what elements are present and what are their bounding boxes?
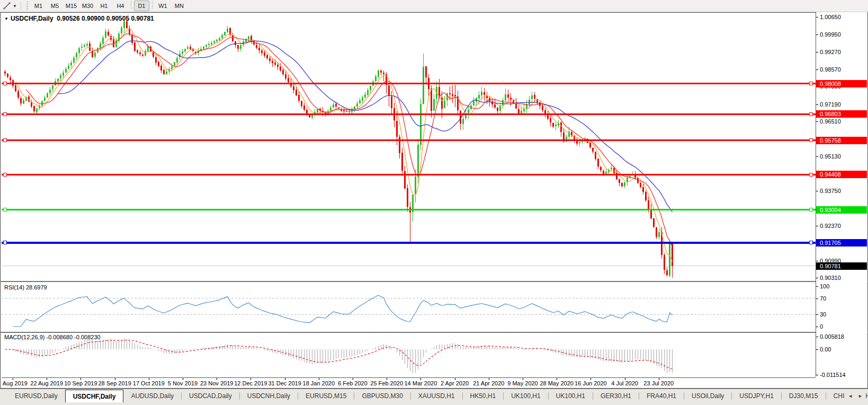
chart-ohlc-values: 0.90526 0.90900 0.90505 0.90781 xyxy=(57,15,154,22)
chart-tab-bar: EURUSD,DailyUSDCHF,DailyAUDUSD,DailyUSDC… xyxy=(0,389,868,405)
rsi-panel-chart[interactable] xyxy=(2,282,816,332)
axis-tick xyxy=(816,121,818,122)
timeframe-button-M5[interactable]: M5 xyxy=(47,1,62,11)
chart-tab-usdchf-daily[interactable]: USDCHF,Daily xyxy=(65,390,124,402)
timeframe-button-W1[interactable]: W1 xyxy=(155,1,171,11)
timeframe-button-M30[interactable]: M30 xyxy=(80,1,95,11)
date-tick-label: 23 Jul 2020 xyxy=(635,380,683,386)
macd-tick-label: 0.00 xyxy=(820,346,831,353)
price-tick-label: 0.98570 xyxy=(820,66,841,73)
price-chart[interactable] xyxy=(2,13,816,281)
axis-tick xyxy=(816,278,818,278)
rsi-tick-label: 70 xyxy=(820,295,826,302)
chart-tab-eurusd-m15[interactable]: EURUSD,M15 xyxy=(298,390,354,402)
chart-tab-eurusd-daily[interactable]: EURUSD,Daily xyxy=(7,390,65,402)
chart-tab-dj30-m15[interactable]: DJ30,M15 xyxy=(782,390,826,402)
chart-tab-usdcnh-daily[interactable]: USDCNH,Daily xyxy=(240,390,298,402)
axis-tick xyxy=(816,337,818,337)
timeframe-button-MN[interactable]: MN xyxy=(172,1,187,11)
toolbar-drag-handle[interactable] xyxy=(26,2,28,10)
chart-title: ▼USDCHF,Daily 0.90526 0.90900 0.90505 0.… xyxy=(4,15,154,22)
price-tick-label: 1.00650 xyxy=(820,14,841,20)
axis-tick xyxy=(816,156,818,157)
axis-tick xyxy=(816,286,818,287)
macd-tick-label: 0.005818 xyxy=(820,333,844,340)
rsi-tick-label: 30 xyxy=(820,311,826,318)
axis-tick xyxy=(816,104,818,105)
timeframe-button-H4[interactable]: H4 xyxy=(113,1,128,11)
hline-price-label: 0.91705 xyxy=(816,239,867,246)
toolbar-separator xyxy=(152,1,153,9)
price-tick-label: 0.97190 xyxy=(820,101,841,108)
price-tick-label: 0.95130 xyxy=(820,153,841,160)
chart-title-caret-icon[interactable]: ▼ xyxy=(4,16,8,21)
tab-scroll-controls: ◄ ► xyxy=(845,389,866,403)
chart-tab-audusd-daily[interactable]: AUDUSD,Daily xyxy=(123,390,181,402)
rsi-tick-label: 100 xyxy=(820,283,829,289)
trading-terminal: ▼ M1M5M15M30H1H4D1W1MN ▼USDCHF,Daily 0.9… xyxy=(0,0,868,405)
chart-symbol-label: USDCHF,Daily xyxy=(11,15,53,22)
axis-tick xyxy=(816,226,818,226)
tabs-holder: EURUSD,DailyUSDCHF,DailyAUDUSD,DailyUSDC… xyxy=(7,389,868,402)
chart-tab-fra40-h1[interactable]: FRA40,H1 xyxy=(639,390,684,402)
axis-tick xyxy=(816,375,818,375)
price-tick-label: 0.92370 xyxy=(820,223,841,229)
timeframe-toolbar: ▼ M1M5M15M30H1H4D1W1MN xyxy=(0,0,868,12)
timeframe-button-H1[interactable]: H1 xyxy=(96,1,112,11)
axis-tick xyxy=(816,52,818,52)
chart-tab-usoil-daily[interactable]: USOil,Daily xyxy=(684,390,731,402)
macd-panel-chart[interactable] xyxy=(2,333,816,377)
rsi-tick-label: 0 xyxy=(820,323,823,330)
rsi-label: RSI(14) 28.6979 xyxy=(4,284,47,290)
axis-tick xyxy=(816,261,818,261)
macd-tick-label: -0.011514 xyxy=(820,372,846,378)
chart-tab-xauusd-h1[interactable]: XAUUSD,H1 xyxy=(411,390,462,402)
price-tick-label: 0.90310 xyxy=(820,275,841,281)
axis-tick xyxy=(816,17,818,17)
hline-price-label: 0.95758 xyxy=(816,137,867,144)
price-tick-label: 0.93750 xyxy=(820,188,841,194)
toolbar-separator xyxy=(21,2,21,10)
tool-dropdown-caret-icon[interactable]: ▼ xyxy=(13,4,17,8)
chart-tab-uk100-h1[interactable]: UK100,H1 xyxy=(504,390,548,402)
axis-tick xyxy=(816,298,818,299)
chart-tab-hk50-h1[interactable]: HK50,H1 xyxy=(463,390,504,402)
axis-tick xyxy=(816,69,818,70)
chart-tab-usdcad-daily[interactable]: USDCAD,Daily xyxy=(182,390,239,402)
price-tick-label: 0.99950 xyxy=(820,31,841,38)
chart-tab-ger30-h1[interactable]: GER30,H1 xyxy=(593,390,639,402)
hline-price-label: 0.96803 xyxy=(816,110,867,118)
price-tick-label: 0.99270 xyxy=(820,49,841,55)
timeframe-button-D1[interactable]: D1 xyxy=(134,1,149,11)
timeframe-button-M15[interactable]: M15 xyxy=(64,1,79,11)
axis-tick xyxy=(816,34,818,35)
chart-tab-uk100-h1[interactable]: UK100,H1 xyxy=(549,390,593,402)
chart-tab-gbpusd-m30[interactable]: GBPUSD,M30 xyxy=(354,390,410,402)
timeframe-buttons: M1M5M15M30H1H4D1W1MN xyxy=(30,1,187,11)
tab-scroll-right-icon[interactable]: ► xyxy=(858,393,863,399)
axis-tick xyxy=(816,191,818,191)
toolbar-separator xyxy=(131,1,131,9)
hline-price-label: 0.98008 xyxy=(816,80,867,87)
hline-price-label: 0.93004 xyxy=(816,206,867,214)
price-axis[interactable]: 1.006500.999500.992700.985700.978900.971… xyxy=(816,12,867,377)
axis-tick xyxy=(816,349,818,350)
timeframe-button-M1[interactable]: M1 xyxy=(31,1,46,11)
macd-label: MACD(12,26,9) -0.008680 -0.008230 xyxy=(4,334,101,340)
line-style-tool-icon[interactable] xyxy=(1,1,13,11)
hline-price-label: 0.94408 xyxy=(816,171,867,178)
axis-tick xyxy=(816,327,818,327)
price-tick-label: 0.96510 xyxy=(820,118,841,125)
axis-tick xyxy=(816,314,818,315)
tab-scroll-left-icon[interactable]: ◄ xyxy=(848,393,853,399)
current-price-label: 0.90781 xyxy=(816,262,867,270)
date-axis[interactable]: 3 Aug 201922 Aug 201910 Sep 201928 Sep 2… xyxy=(2,377,816,388)
chart-tab-usdjpy-h1[interactable]: USDJPY,H1 xyxy=(732,390,781,402)
